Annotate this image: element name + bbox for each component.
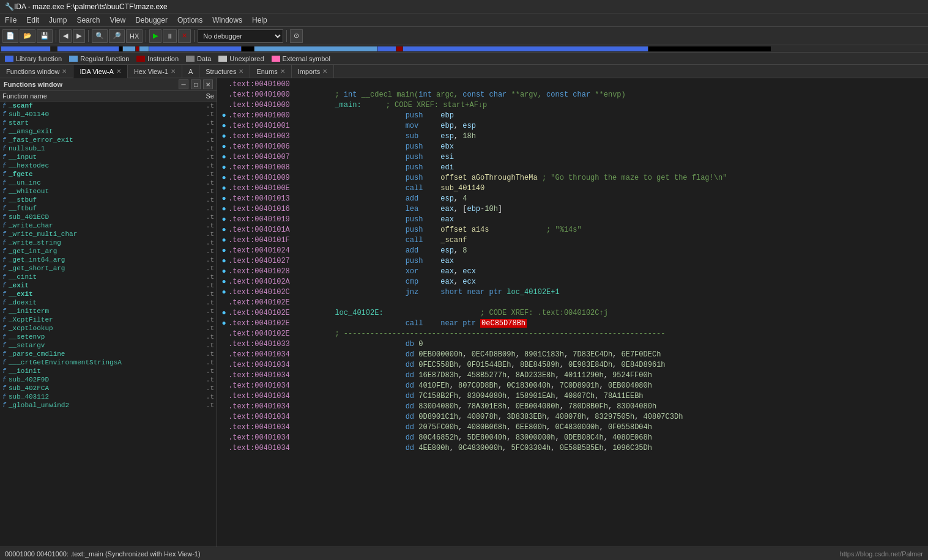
- toolbar-stop[interactable]: ✕: [178, 29, 191, 43]
- tab-structures[interactable]: Structures ✕: [199, 65, 250, 78]
- function-list-item[interactable]: f_xcptlookup.t: [0, 324, 217, 333]
- tab-functions-window-close[interactable]: ✕: [62, 68, 67, 75]
- function-list-item[interactable]: f_fgetc.t: [0, 170, 217, 179]
- menu-help[interactable]: Help: [247, 15, 272, 26]
- code-view[interactable]: .text:00401000 .text:00401000 ; int __cd…: [217, 78, 928, 547]
- function-list-item[interactable]: f__stbuf.t: [0, 196, 217, 204]
- functions-list[interactable]: f_scanf.tfsub_401140.tfstart.tf__amsg_ex…: [0, 101, 217, 547]
- function-list-item[interactable]: f__input.t: [0, 153, 217, 161]
- menu-jump[interactable]: Jump: [44, 15, 72, 26]
- func-icon: f: [2, 171, 6, 178]
- function-list-item[interactable]: f__setargv.t: [0, 341, 217, 350]
- menu-search[interactable]: Search: [72, 15, 105, 26]
- function-list-item[interactable]: f_fast_error_exit.t: [0, 136, 217, 144]
- tab-a[interactable]: A: [182, 65, 199, 78]
- menu-file[interactable]: File: [0, 15, 21, 26]
- prog-seg-6: [139, 46, 149, 51]
- function-list-item[interactable]: f_write_char.t: [0, 221, 217, 230]
- menu-edit[interactable]: Edit: [21, 15, 44, 26]
- function-list-item[interactable]: f_doexit.t: [0, 298, 217, 307]
- tab-structures-close[interactable]: ✕: [239, 68, 243, 75]
- tab-functions-window[interactable]: Functions window ✕: [0, 65, 73, 78]
- function-list-item[interactable]: f__ftbuf.t: [0, 204, 217, 213]
- function-list-item[interactable]: f__un_inc.t: [0, 179, 217, 187]
- code-dot: ●: [220, 256, 228, 267]
- code-line: ●.text:00401008 push edi: [217, 163, 928, 173]
- functions-panel-restore[interactable]: □: [191, 79, 201, 89]
- toolbar-hex[interactable]: HX: [126, 29, 143, 43]
- tab-ida-view-a-close[interactable]: ✕: [116, 68, 121, 75]
- toolbar-breakpoint[interactable]: ⊙: [290, 29, 303, 43]
- function-list-item[interactable]: fsub_403112.t: [0, 392, 217, 401]
- toolbar-pause[interactable]: ⏸: [163, 29, 177, 43]
- tab-hex-view-1-label: Hex View-1: [134, 68, 168, 75]
- tab-hex-view-1[interactable]: Hex View-1 ✕: [128, 65, 182, 78]
- function-list-item[interactable]: f__cinit.t: [0, 273, 217, 281]
- tab-imports-close[interactable]: ✕: [322, 68, 327, 75]
- code-content: lea eax, [ebp-10h]: [326, 204, 502, 215]
- tab-enums-close[interactable]: ✕: [280, 68, 285, 75]
- debugger-select[interactable]: No debugger: [198, 29, 283, 43]
- function-list-item[interactable]: f___crtGetEnvironmentStringsA.t: [0, 358, 217, 367]
- function-list-item[interactable]: f_get_short_arg.t: [0, 264, 217, 273]
- tab-functions-window-label: Functions window: [6, 68, 59, 75]
- code-content: dd 4EE800h, 0C4830000h, 5FC03304h, 0E58B…: [326, 443, 652, 454]
- function-list-item[interactable]: f_scanf.t: [0, 101, 217, 110]
- function-list-item[interactable]: f__hextodec.t: [0, 161, 217, 170]
- function-list-item[interactable]: fsub_401ECD.t: [0, 213, 217, 221]
- menu-debugger[interactable]: Debugger: [130, 15, 173, 26]
- function-list-item[interactable]: f_write_multi_char.t: [0, 230, 217, 238]
- function-list-item[interactable]: f__setenvp.t: [0, 333, 217, 341]
- function-list-item[interactable]: f__exit.t: [0, 290, 217, 298]
- function-list-item[interactable]: f_XcptFilter.t: [0, 315, 217, 324]
- prog-seg-11: [396, 46, 403, 51]
- code-dot: ●: [220, 246, 228, 256]
- toolbar-back[interactable]: ◀: [59, 29, 72, 43]
- prog-seg-13: [648, 46, 771, 51]
- toolbar-find[interactable]: 🔎: [109, 29, 125, 43]
- tab-hex-view-1-close[interactable]: ✕: [171, 68, 176, 75]
- toolbar-open[interactable]: 📂: [20, 29, 35, 43]
- toolbar-new[interactable]: 📄: [2, 29, 18, 43]
- function-list-item[interactable]: f_get_int_arg.t: [0, 247, 217, 256]
- code-addr: .text:0040102E: [228, 329, 326, 339]
- function-list-item[interactable]: f_write_string.t: [0, 238, 217, 247]
- func-name: __ftbuf: [9, 205, 196, 212]
- function-list-item[interactable]: f__amsg_exit.t: [0, 127, 217, 136]
- menu-view[interactable]: View: [105, 15, 130, 26]
- func-seg: .t: [196, 290, 214, 298]
- code-line: ●.text:00401003 sub esp, 18h: [217, 131, 928, 142]
- menu-windows[interactable]: Windows: [207, 15, 247, 26]
- functions-panel-close[interactable]: ✕: [203, 79, 213, 89]
- function-list-item[interactable]: fnullsub_1.t: [0, 144, 217, 153]
- function-list-item[interactable]: fstart.t: [0, 119, 217, 127]
- tab-enums[interactable]: Enums ✕: [250, 65, 291, 78]
- menu-options[interactable]: Options: [173, 15, 207, 26]
- func-name: __setenvp: [9, 333, 196, 341]
- tab-imports[interactable]: Imports ✕: [292, 65, 335, 78]
- func-icon: f: [2, 205, 6, 212]
- func-icon: f: [2, 163, 6, 169]
- func-name: __input: [9, 153, 196, 161]
- function-list-item[interactable]: f_parse_cmdline.t: [0, 350, 217, 358]
- function-list-item[interactable]: fsub_402FCA.t: [0, 384, 217, 392]
- function-list-item[interactable]: f_exit.t: [0, 281, 217, 290]
- code-dot: ●: [220, 131, 228, 142]
- func-icon: f: [2, 274, 6, 281]
- function-list-item[interactable]: f__initterm.t: [0, 307, 217, 315]
- code-content: dd 0D8901C1h, 408078h, 3D8383EBh, 408078…: [326, 412, 683, 422]
- code-line: .text:00401034 dd 4010FEh, 807C0D8Bh, 0C…: [217, 381, 928, 391]
- function-list-item[interactable]: f__whiteout.t: [0, 187, 217, 196]
- function-list-item[interactable]: fsub_401140.t: [0, 110, 217, 119]
- function-list-item[interactable]: fsub_402F9D.t: [0, 375, 217, 384]
- functions-panel-title: Functions window: [4, 81, 62, 88]
- function-list-item[interactable]: f__ioinit.t: [0, 367, 217, 375]
- toolbar-save[interactable]: 💾: [37, 29, 53, 43]
- toolbar-run[interactable]: ▶: [149, 29, 161, 43]
- tab-ida-view-a[interactable]: IDA View-A ✕: [73, 65, 127, 78]
- function-list-item[interactable]: f_global_unwind2.t: [0, 401, 217, 410]
- toolbar-forward[interactable]: ▶: [73, 29, 85, 43]
- functions-panel-minimize[interactable]: ─: [179, 79, 188, 89]
- toolbar-search[interactable]: 🔍: [92, 29, 108, 43]
- function-list-item[interactable]: f_get_int64_arg.t: [0, 256, 217, 264]
